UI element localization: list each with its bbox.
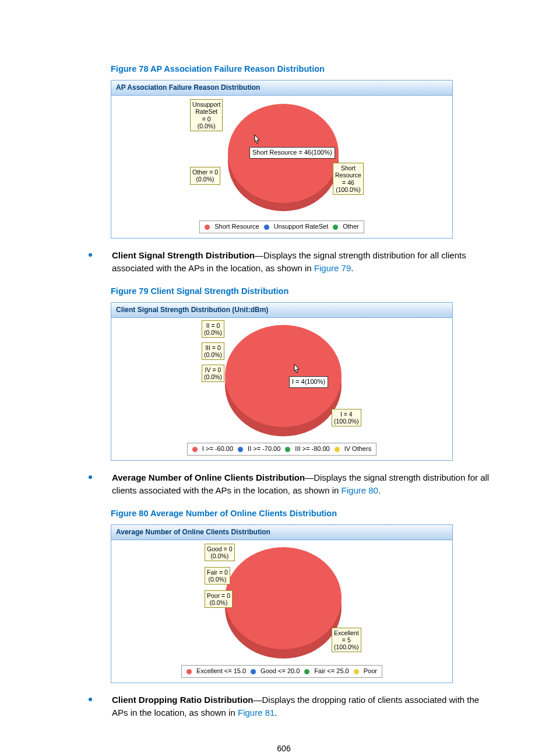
label-unsupport-rateset: UnsupportRateSet= 0(0.0%) — [190, 99, 223, 131]
label-fair: Fair = 0(0.0%) — [205, 567, 230, 584]
bullet-text: Client Dropping Ratio Distribution—Displ… — [112, 694, 492, 719]
legend-label: Short Resource — [214, 222, 259, 232]
bullet-icon — [89, 475, 92, 479]
legend-label: Excellent <= 15.0 — [196, 667, 246, 676]
legend-label: Good <= 20.0 — [261, 667, 300, 676]
figure-80-caption: Figure 80 Average Number of Online Clien… — [111, 508, 492, 520]
label-excellent: Excellent= 5(100.0%) — [332, 628, 361, 652]
figure-79-panel: Client Signal Strength Distribution (Uni… — [111, 302, 453, 461]
swatch-green-icon — [285, 447, 290, 452]
bullet-lead: Average Number of Online Clients Distrib… — [112, 473, 305, 482]
tooltip-i: I = 4(100%) — [289, 376, 328, 388]
swatch-red-icon — [186, 669, 192, 674]
bullet-text: Average Number of Online Clients Distrib… — [112, 471, 492, 497]
legend-label: Unsupport RateSet — [274, 222, 329, 232]
bullet-lead: Client Signal Strength Distribution — [112, 250, 255, 260]
figure-78-body: UnsupportRateSet= 0(0.0%) Other = 0(0.0%… — [111, 96, 452, 218]
figure-80-legend: Excellent <= 15.0 Good <= 20.0 Fair <= 2… — [181, 665, 382, 678]
legend-label: IV Others — [344, 444, 371, 454]
page-number: 606 — [76, 743, 492, 754]
legend-label: II >= -70.00 — [248, 444, 280, 454]
bullet-tail: . — [378, 485, 381, 495]
figure-78-panel: AP Association Failure Reason Distributi… — [111, 80, 453, 239]
label-other: Other = 0(0.0%) — [190, 167, 220, 184]
document-page: Figure 78 AP Association Failure Reason … — [0, 0, 556, 756]
legend-label: Fair <= 25.0 — [314, 667, 349, 676]
bullet-icon — [89, 698, 92, 701]
link-figure-80[interactable]: Figure 80 — [342, 485, 378, 495]
tooltip-short-resource: Short Resource = 46(100%) — [249, 147, 335, 159]
bullet-icon — [89, 253, 92, 257]
swatch-red-icon — [205, 225, 210, 230]
bullet-client-signal-strength: Client Signal Strength Distribution—Disp… — [89, 249, 492, 275]
swatch-yellow-icon — [354, 669, 359, 674]
bullet-tail: . — [351, 263, 353, 273]
pie-slice-excellent[interactable] — [225, 547, 342, 649]
figure-78-legend: Short Resource Unsupport RateSet Other — [199, 220, 364, 233]
legend-label: I >= -60.00 — [202, 444, 233, 454]
swatch-green-icon — [304, 669, 309, 674]
swatch-blue-icon — [264, 225, 269, 230]
figure-80-panel: Average Number of Online Clients Distrib… — [111, 524, 453, 683]
label-poor: Poor = 0(0.0%) — [205, 590, 233, 608]
figure-78-panel-title: AP Association Failure Reason Distributi… — [111, 80, 452, 96]
label-short-resource: ShortResource= 46(100.0%) — [333, 163, 364, 194]
figure-79-panel-title: Client Signal Strength Distribution (Uni… — [111, 303, 452, 318]
swatch-green-icon — [333, 225, 338, 230]
link-figure-79[interactable]: Figure 79 — [314, 263, 351, 273]
label-iii: III = 0(0.0%) — [202, 342, 224, 360]
bullet-tail: . — [275, 708, 277, 718]
bullet-text: Client Signal Strength Distribution—Disp… — [112, 249, 492, 275]
label-i: I = 4(100.0%) — [332, 409, 361, 426]
bullet-lead: Client Dropping Ratio Distribution — [112, 695, 253, 705]
swatch-blue-icon — [238, 447, 243, 452]
bullet-avg-online-clients: Average Number of Online Clients Distrib… — [89, 471, 492, 497]
figure-79-legend: I >= -60.00 II >= -70.00 III >= -80.00 I… — [187, 443, 376, 456]
figure-80-body: Good = 0(0.0%) Fair = 0(0.0%) Poor = 0(0… — [111, 540, 452, 663]
figure-80-panel-title: Average Number of Online Clients Distrib… — [111, 525, 452, 540]
figure-78-caption: Figure 78 AP Association Failure Reason … — [111, 63, 492, 75]
swatch-blue-icon — [251, 669, 256, 674]
figure-79-caption: Figure 79 Client Signal Strength Distrib… — [111, 285, 492, 298]
bullet-client-dropping-ratio: Client Dropping Ratio Distribution—Displ… — [89, 694, 492, 719]
figure-79-body: II = 0(0.0%) III = 0(0.0%) IV = 0(0.0%) … — [111, 318, 452, 440]
label-iv: IV = 0(0.0%) — [202, 365, 224, 382]
legend-label: Other — [343, 222, 359, 232]
link-figure-81[interactable]: Figure 81 — [238, 708, 275, 718]
legend-label: III >= -80.00 — [295, 444, 329, 454]
legend-label: Poor — [364, 667, 377, 676]
label-ii: II = 0(0.0%) — [202, 320, 224, 338]
swatch-yellow-icon — [335, 447, 340, 452]
swatch-red-icon — [192, 447, 198, 452]
label-good: Good = 0(0.0%) — [205, 544, 235, 561]
